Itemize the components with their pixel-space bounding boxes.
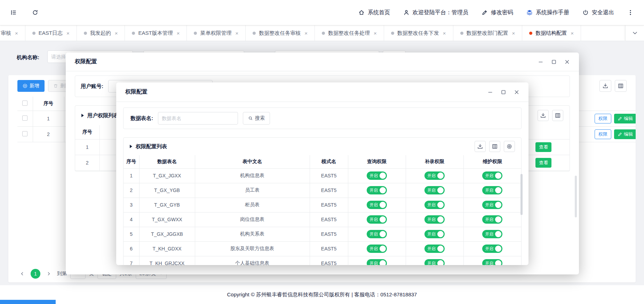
maintain-permission-toggle[interactable]: 开启	[482, 201, 502, 209]
edit-button[interactable]: 编辑	[614, 114, 636, 123]
gear-icon[interactable]	[504, 141, 515, 152]
tab-my-initiated[interactable]: 我发起的 ×	[77, 25, 125, 41]
supplement-permission-toggle[interactable]: 开启	[424, 259, 445, 265]
tab-close-icon[interactable]: ×	[512, 30, 515, 36]
view-button[interactable]: 查看	[535, 158, 551, 168]
minimize-icon[interactable]	[487, 89, 493, 95]
view-button[interactable]: 查看	[535, 142, 551, 152]
tab-close-icon[interactable]: ×	[66, 30, 70, 36]
supplement-permission-toggle[interactable]: 开启	[424, 201, 445, 209]
maintain-permission-toggle[interactable]: 开启	[482, 245, 502, 253]
search-icon	[248, 116, 253, 121]
export-icon[interactable]	[538, 110, 549, 121]
edit-button[interactable]: 编辑	[614, 129, 636, 139]
maintain-permission-toggle[interactable]: 开启	[482, 186, 502, 194]
permission-button[interactable]: 权限	[595, 114, 611, 123]
add-button[interactable]: 新增	[17, 80, 45, 92]
next-page-button[interactable]	[44, 269, 54, 279]
supplement-permission-toggle[interactable]: 开启	[424, 245, 445, 253]
table-name-search-panel: 数据表名: 搜索	[123, 107, 522, 129]
tab-dept-config[interactable]: 数据整改部门配置 ×	[453, 25, 523, 41]
query-permission-toggle[interactable]: 开启	[367, 245, 387, 253]
tab-menu-permission[interactable]: 菜单权限管理 ×	[187, 25, 246, 41]
nav-logout[interactable]: 安全退出	[582, 9, 614, 16]
tab-close-icon[interactable]: ×	[374, 30, 377, 36]
minimize-icon[interactable]	[538, 59, 543, 65]
nav-change-password[interactable]: 修改密码	[482, 9, 513, 16]
row-checkbox[interactable]	[22, 131, 27, 136]
screen: 系统首页 欢迎登陆平台：管理员 修改密码 系统操作手册 安全退出	[0, 0, 644, 304]
tab-east-log[interactable]: EAST日志 ×	[25, 25, 77, 41]
columns-icon[interactable]	[615, 80, 627, 92]
tab-dot	[194, 32, 197, 35]
tab-task-dispatch[interactable]: 数据整改任务下发 ×	[384, 25, 453, 41]
query-permission-toggle[interactable]: 开启	[367, 186, 387, 194]
seq-cell: 2	[75, 155, 100, 170]
close-icon[interactable]	[514, 89, 519, 95]
caret-right-icon[interactable]	[130, 145, 132, 148]
maintain-permission-toggle[interactable]: 开启	[482, 259, 502, 265]
export-icon[interactable]	[599, 80, 611, 92]
maintain-permission-toggle[interactable]: 开启	[482, 215, 502, 224]
query-permission-toggle[interactable]: 开启	[367, 215, 387, 224]
tab-task-audit[interactable]: 数据整改任务审核 ×	[246, 25, 315, 41]
table-cn-name-cell: 机构信息表	[195, 168, 310, 183]
permission-button[interactable]: 权限	[595, 129, 611, 139]
export-icon[interactable]	[475, 141, 486, 152]
supplement-permission-toggle[interactable]: 开启	[424, 171, 445, 180]
supplement-permission-toggle[interactable]: 开启	[424, 186, 445, 194]
table-permission-modal: 权限配置 数据表名: 搜索 权限配置列表	[116, 82, 528, 265]
query-permission-toggle[interactable]: 开启	[367, 171, 387, 180]
prev-page-button[interactable]	[17, 269, 27, 279]
close-icon[interactable]	[564, 59, 570, 65]
tab-close-icon[interactable]: ×	[443, 30, 446, 36]
tab-close-icon[interactable]: ×	[304, 30, 308, 36]
table-cn-name-cell: 岗位信息表	[195, 212, 310, 227]
columns-icon[interactable]	[489, 141, 500, 152]
nav-home[interactable]: 系统首页	[358, 9, 390, 16]
query-permission-toggle[interactable]: 开启	[367, 201, 387, 209]
home-icon	[358, 9, 365, 16]
kebab-menu-icon[interactable]	[627, 9, 634, 16]
scrollbar-thumb[interactable]	[575, 176, 577, 217]
menu-fold-icon[interactable]	[10, 9, 17, 16]
query-permission-toggle[interactable]: 开启	[367, 259, 387, 265]
tab-close-icon[interactable]: ×	[15, 30, 18, 36]
column-header: 数据表名	[139, 155, 195, 168]
columns-icon[interactable]	[552, 110, 563, 121]
tab-dot	[391, 32, 394, 35]
tabs-expand-chevron[interactable]	[625, 25, 644, 41]
select-all-checkbox[interactable]	[22, 101, 27, 106]
table-name-cell: T_GX_GWXX	[139, 212, 195, 227]
supplement-permission-toggle[interactable]: 开启	[424, 215, 445, 224]
page-number-active[interactable]: 1	[31, 269, 40, 279]
row-checkbox[interactable]	[22, 115, 27, 121]
tab-data-structure-config[interactable]: 数据结构配置 ×	[522, 25, 581, 41]
tab-close-icon[interactable]: ×	[571, 30, 574, 36]
tab-bar: 审核 × EAST日志 × 我发起的 × EAST版本管理 × 菜单权限管理 ×…	[0, 25, 644, 41]
scrollbar-thumb[interactable]	[520, 174, 523, 215]
caret-right-icon[interactable]	[81, 114, 84, 117]
tab-audit-partial[interactable]: 审核 ×	[0, 25, 25, 41]
panel-icons	[475, 141, 515, 152]
supplement-permission-toggle[interactable]: 开启	[424, 230, 445, 238]
maintain-permission-toggle[interactable]: 开启	[482, 230, 502, 238]
tab-close-icon[interactable]: ×	[115, 30, 118, 36]
pencil-icon	[618, 116, 622, 121]
tab-close-icon[interactable]: ×	[177, 30, 180, 36]
query-permission-toggle[interactable]: 开启	[367, 230, 387, 238]
maximize-icon[interactable]	[551, 59, 557, 65]
tab-east-version[interactable]: EAST版本管理 ×	[125, 25, 187, 41]
refresh-icon[interactable]	[32, 9, 38, 16]
nav-manual[interactable]: 系统操作手册	[526, 9, 569, 16]
maintain-permission-toggle[interactable]: 开启	[482, 171, 502, 180]
seq-column-header: 序号	[75, 125, 100, 139]
maximize-icon[interactable]	[501, 89, 506, 95]
tab-close-icon[interactable]: ×	[235, 30, 238, 36]
tab-task-handle[interactable]: 数据整改任务处理 ×	[315, 25, 384, 41]
column-header: 查询权限	[348, 155, 406, 168]
table-name-input[interactable]	[158, 112, 238, 125]
schema-cell: EAST5	[310, 168, 348, 183]
search-button[interactable]: 搜索	[243, 112, 270, 125]
toggle-knob	[437, 246, 444, 252]
